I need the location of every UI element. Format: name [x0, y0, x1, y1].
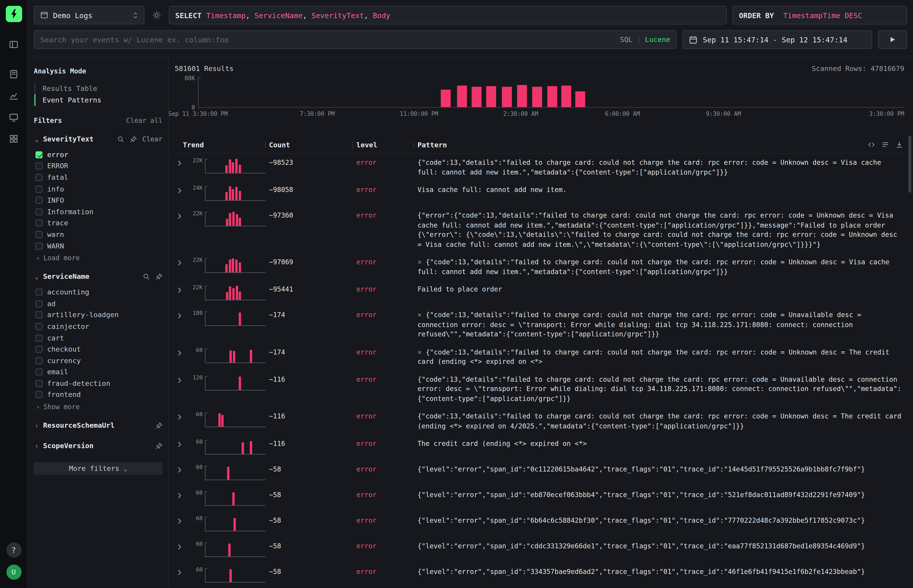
run-query-button[interactable]	[878, 31, 907, 49]
clear-all-button[interactable]: Clear all	[126, 116, 162, 125]
source-select[interactable]: Demo Logs	[34, 6, 144, 24]
filter-option-ERROR[interactable]: ERROR	[34, 160, 162, 172]
help-button[interactable]: ?	[6, 543, 21, 557]
checkbox[interactable]	[36, 208, 43, 215]
table-row[interactable]: 60 ~116 error The credit card (ending <*…	[175, 435, 904, 460]
table-row[interactable]: 180 ~174 error ×{"code":13,"details":"fa…	[175, 306, 904, 343]
select-query-input[interactable]: SELECT Timestamp, ServiceName, SeverityT…	[169, 6, 727, 24]
user-avatar[interactable]: U	[6, 565, 21, 580]
table-row[interactable]: 60 ~116 error {"code":13,"details":"fail…	[175, 407, 904, 435]
facet-pin-icon[interactable]	[155, 273, 162, 280]
checkbox[interactable]	[36, 220, 43, 227]
facet-pin-icon[interactable]	[130, 136, 137, 143]
expand-chevron-icon[interactable]	[175, 439, 189, 448]
filter-option-currency[interactable]: currency	[34, 355, 162, 366]
filter-option-cainjector[interactable]: cainjector	[34, 321, 162, 332]
collapse-sidebar-icon[interactable]	[7, 37, 21, 51]
facet-name[interactable]: SeverityText	[43, 135, 94, 143]
checkbox[interactable]	[36, 323, 43, 330]
download-icon[interactable]	[895, 141, 903, 148]
table-row[interactable]: 22K ~95441 error Failed to place order	[175, 281, 904, 306]
checkbox[interactable]	[36, 334, 43, 341]
facet-chevron-icon[interactable]: ⌄	[34, 135, 40, 143]
filter-option-email[interactable]: email	[34, 366, 162, 378]
table-row[interactable]: 24K ~98058 error Visa cache full: cannot…	[175, 181, 904, 207]
expand-chevron-icon[interactable]	[175, 310, 189, 319]
filter-option-accounting[interactable]: accounting	[34, 286, 162, 298]
checkbox[interactable]	[36, 231, 43, 238]
expand-chevron-icon[interactable]	[175, 158, 189, 166]
expand-chevron-icon[interactable]	[175, 185, 189, 194]
table-row[interactable]: 120 ~116 error {"code":13,"details":"fai…	[175, 370, 904, 407]
more-filters-button[interactable]: More filters ⌄	[34, 462, 162, 475]
app-logo[interactable]	[5, 6, 22, 22]
facet-chevron-icon[interactable]: ›	[34, 442, 40, 450]
facet-more-button[interactable]: › Load more	[36, 254, 162, 262]
table-row[interactable]: 60 ~58 error {"level":"error","span_id":…	[175, 563, 904, 588]
filter-option-trace[interactable]: trace	[34, 217, 162, 229]
facet-name[interactable]: ResourceSchemaUrl	[43, 422, 115, 430]
order-by-input[interactable]: ORDER BY TimestampTime DESC	[732, 6, 907, 24]
table-row[interactable]: 60 ~58 error {"level":"error","span_id":…	[175, 486, 904, 512]
checkbox[interactable]	[36, 346, 43, 353]
search-bar[interactable]: SQL | Lucene	[34, 31, 677, 49]
expand-chevron-icon[interactable]	[175, 516, 189, 525]
filter-option-frontend[interactable]: frontend	[34, 389, 162, 401]
filter-option-INFO[interactable]: INFO	[34, 195, 162, 206]
checkbox[interactable]	[36, 289, 43, 296]
filter-option-artillery-loadgen[interactable]: artillery-loadgen	[34, 309, 162, 321]
table-row[interactable]: 60 ~58 error {"level":"error","span_id":…	[175, 537, 904, 563]
facet-name[interactable]: ServiceName	[43, 273, 89, 281]
checkbox[interactable]	[36, 300, 43, 307]
facet-more-button[interactable]: › Show more	[36, 403, 162, 411]
filter-option-warn[interactable]: warn	[34, 229, 162, 240]
sessions-monitor-icon[interactable]	[7, 110, 21, 124]
facet-search-icon[interactable]	[117, 136, 125, 143]
table-row[interactable]: 60 ~174 error ×{"code":13,"details":"fai…	[175, 343, 904, 371]
checkbox[interactable]	[36, 163, 43, 170]
checkbox[interactable]	[36, 242, 43, 250]
analysis-mode-results-table[interactable]: Results Table	[34, 83, 162, 94]
checkbox[interactable]	[36, 151, 43, 158]
expand-chevron-icon[interactable]	[175, 257, 189, 266]
histogram-plot[interactable]	[198, 77, 904, 108]
wrap-lines-icon[interactable]	[881, 141, 889, 148]
scrollbar-thumb[interactable]	[908, 136, 911, 193]
code-icon[interactable]	[868, 141, 875, 148]
checkbox[interactable]	[36, 368, 43, 376]
checkbox[interactable]	[36, 174, 43, 181]
column-header-pattern[interactable]: Pattern	[418, 141, 868, 149]
facet-pin-icon[interactable]	[155, 422, 162, 429]
mode-sql[interactable]: SQL	[620, 36, 633, 44]
filter-option-Information[interactable]: Information	[34, 206, 162, 217]
expand-chevron-icon[interactable]	[175, 567, 189, 576]
exclude-pattern-icon[interactable]: ×	[418, 311, 422, 319]
time-range-picker[interactable]: Sep 11 15:47:14 - Sep 12 15:47:14	[682, 31, 872, 49]
filter-option-ad[interactable]: ad	[34, 298, 162, 309]
expand-chevron-icon[interactable]	[175, 541, 189, 550]
facet-pin-icon[interactable]	[155, 442, 162, 449]
checkbox[interactable]	[36, 357, 43, 364]
checkbox[interactable]	[36, 186, 43, 192]
checkbox[interactable]	[36, 197, 43, 204]
facet-search-icon[interactable]	[142, 273, 150, 280]
filter-option-info[interactable]: info	[34, 183, 162, 194]
exclude-pattern-icon[interactable]: ×	[418, 348, 422, 356]
expand-chevron-icon[interactable]	[175, 375, 189, 383]
expand-chevron-icon[interactable]	[175, 490, 189, 499]
chart-explorer-icon[interactable]	[7, 89, 21, 102]
column-header-level[interactable]: level	[356, 141, 418, 149]
exclude-pattern-icon[interactable]: ×	[418, 258, 422, 266]
source-settings-button[interactable]	[150, 10, 163, 20]
facet-name[interactable]: ScopeVersion	[43, 442, 94, 450]
table-row[interactable]: 60 ~58 error {"level":"error","span_id":…	[175, 460, 904, 486]
facet-chevron-icon[interactable]: ⌄	[34, 273, 40, 280]
table-row[interactable]: 22K ~98523 error {"code":13,"details":"f…	[175, 154, 904, 181]
expand-chevron-icon[interactable]	[175, 285, 189, 294]
column-header-count[interactable]: Count	[269, 141, 356, 149]
checkbox[interactable]	[36, 380, 43, 387]
filter-option-error[interactable]: error	[34, 149, 162, 160]
expand-chevron-icon[interactable]	[175, 347, 189, 356]
mode-lucene[interactable]: Lucene	[645, 36, 670, 44]
checkbox[interactable]	[36, 391, 43, 399]
